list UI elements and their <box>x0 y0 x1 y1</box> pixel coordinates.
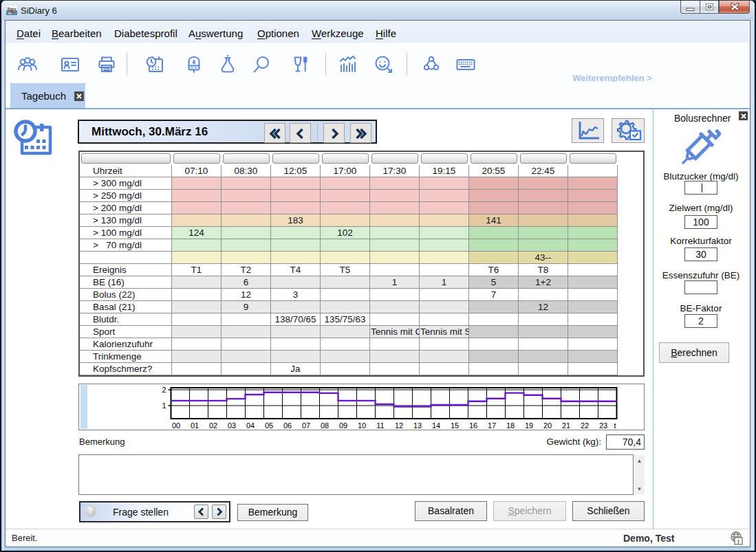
svg-text:20: 20 <box>543 421 552 430</box>
svg-text:23: 23 <box>599 421 607 430</box>
svg-text:17: 17 <box>488 421 496 430</box>
svg-text:19: 19 <box>525 421 533 430</box>
svg-text:1: 1 <box>162 401 166 410</box>
svg-text:Diary: Diary <box>8 7 17 11</box>
svg-text:13: 13 <box>413 421 422 430</box>
svg-text:16: 16 <box>469 421 477 430</box>
svg-text:2: 2 <box>162 386 166 394</box>
svg-text:10: 10 <box>358 421 366 430</box>
svg-text:09: 09 <box>339 421 347 430</box>
svg-text:14: 14 <box>432 421 440 430</box>
svg-text:08: 08 <box>321 421 329 430</box>
svg-text:12: 12 <box>395 421 403 430</box>
svg-text:18: 18 <box>506 421 515 430</box>
svg-text:!: ! <box>737 538 739 545</box>
svg-text:02: 02 <box>209 421 217 430</box>
svg-text:06: 06 <box>283 421 292 430</box>
svg-text:00: 00 <box>172 421 180 430</box>
svg-text:11: 11 <box>376 421 384 430</box>
svg-text:07: 07 <box>302 421 310 430</box>
svg-text:22: 22 <box>581 421 589 430</box>
svg-text:05: 05 <box>265 421 273 430</box>
svg-text:t: t <box>614 421 616 430</box>
svg-text:21: 21 <box>562 421 570 430</box>
svg-text:03: 03 <box>228 421 236 430</box>
svg-text:04: 04 <box>246 421 255 430</box>
svg-text:01: 01 <box>191 421 199 430</box>
svg-text:15: 15 <box>451 421 459 430</box>
